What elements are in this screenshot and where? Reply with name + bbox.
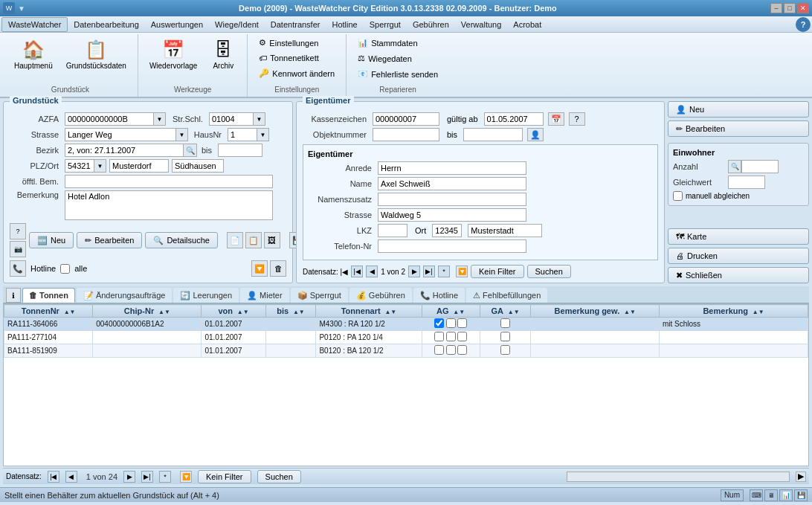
col-bemerkung[interactable]: Bemerkung ▲▼ <box>660 305 808 318</box>
menu-wastewatcher[interactable]: WasteWatcher <box>1 17 68 32</box>
close-button[interactable]: ✕ <box>797 3 809 13</box>
telefon-input[interactable] <box>378 239 526 253</box>
table-row[interactable]: PA111-277104 01.01.2007 P0120 : PA 120 1… <box>4 331 808 344</box>
ribbon-einstellungen[interactable]: ⚙ Einstellungen <box>254 36 340 50</box>
nav-next-bottom[interactable]: ▶ <box>123 471 135 483</box>
gueltig-ab-input[interactable] <box>484 112 544 126</box>
ribbon-wiedervorlage[interactable]: 📅 Wiedervorlage <box>144 36 202 74</box>
menu-auswertungen[interactable]: Auswertungen <box>145 17 209 32</box>
col-tonnen-nr[interactable]: TonnenNr ▲▼ <box>4 305 93 318</box>
bis-input[interactable] <box>463 128 523 141</box>
gleichwert-input[interactable] <box>728 176 765 189</box>
info-btn1[interactable]: ? <box>10 223 26 239</box>
menu-sperrgut[interactable]: Sperrgut <box>364 17 407 32</box>
menu-acrobat[interactable]: Acrobat <box>507 17 547 32</box>
azfa-input[interactable] <box>65 112 154 126</box>
bezirk-search-btn[interactable]: 🔍 <box>184 144 197 157</box>
filter-icon-eigen[interactable]: 🔽 <box>456 266 468 277</box>
plz-input[interactable] <box>65 159 94 173</box>
help-button[interactable]: ? <box>796 17 811 32</box>
bearbeiten-right-button[interactable]: ✏ Bearbeiten <box>668 120 809 137</box>
str-schl-dropdown[interactable]: ▼ <box>254 112 265 126</box>
ribbon-grundstuecksdaten[interactable]: 📋 Grundstücksdaten <box>61 36 132 74</box>
menu-hotline[interactable]: Hotline <box>326 17 363 32</box>
calendar-btn[interactable]: 📅 <box>548 112 564 126</box>
strasse-input[interactable] <box>65 128 176 141</box>
nav-first-eigen[interactable]: |◀ <box>351 266 363 277</box>
ga-check-0[interactable] <box>500 318 510 328</box>
help-field-btn[interactable]: ? <box>569 112 585 126</box>
menu-wiege-ident[interactable]: Wiege/Ident <box>209 17 265 32</box>
namenszusatz-input[interactable] <box>378 193 526 206</box>
person-btn[interactable]: 👤 <box>527 128 544 141</box>
bezirk-bis-input[interactable] <box>218 144 262 157</box>
bearbeiten-grundstueck-button[interactable]: ✏ Bearbeiten <box>77 232 142 248</box>
menu-datentransfer[interactable]: Datentransfer <box>265 17 326 32</box>
hotline-icon-btn[interactable]: 📞 <box>10 260 26 277</box>
ort-input[interactable] <box>109 159 169 173</box>
ribbon-hauptmenu[interactable]: 🏠 Hauptmenü <box>9 36 58 74</box>
gemeinde-input[interactable] <box>172 159 224 173</box>
suchen-bottom-button[interactable]: Suchen <box>257 470 301 483</box>
ag-check3-0[interactable] <box>457 318 467 328</box>
schliessen-button[interactable]: ✖ Schließen <box>668 267 809 283</box>
ag-check2-0[interactable] <box>446 318 456 328</box>
ag-check2-2[interactable] <box>446 345 456 355</box>
delete-filter-btn[interactable]: 🗑 <box>270 260 286 277</box>
tab-info-btn[interactable]: ℹ <box>6 288 21 303</box>
filter-icon-bottom[interactable]: 🔽 <box>180 471 192 483</box>
detailsuche-button[interactable]: 🔍 Detailsuche <box>145 232 217 248</box>
anzahl-input[interactable] <box>741 160 779 173</box>
tab-mieter[interactable]: 👤 Mieter <box>240 288 289 303</box>
ribbon-stammdaten[interactable]: 📊 Stammdaten <box>352 36 443 50</box>
objektnummer-input[interactable] <box>373 128 439 141</box>
toolbar-btn3[interactable]: 🖼 <box>264 232 280 248</box>
eigen-strasse-input[interactable] <box>378 208 526 222</box>
ag-check3-1[interactable] <box>457 332 467 341</box>
anrede-input[interactable] <box>378 161 526 175</box>
col-tonnenart[interactable]: Tonnenart ▲▼ <box>316 305 422 318</box>
ribbon-archiv[interactable]: 🗄 Archiv <box>205 36 241 74</box>
neu-grundstueck-button[interactable]: 🆕 Neu <box>29 232 74 248</box>
ag-check2-1[interactable] <box>446 332 456 341</box>
ga-check-2[interactable] <box>500 345 510 355</box>
menu-datenbearbeitung[interactable]: Datenbearbeitung <box>68 17 144 32</box>
info-btn2[interactable]: 📷 <box>10 241 26 257</box>
ort-name-input[interactable] <box>468 224 542 237</box>
nav-last-eigen[interactable]: ▶| <box>423 266 435 277</box>
azfa-dropdown[interactable]: ▼ <box>154 112 166 126</box>
karte-button[interactable]: 🗺 Karte <box>668 228 809 245</box>
tab-tonnen[interactable]: 🗑 Tonnen <box>22 288 75 303</box>
name-input[interactable] <box>378 177 526 190</box>
horizontal-scrollbar[interactable] <box>567 472 790 482</box>
str-schl-input[interactable] <box>209 112 254 126</box>
neu-right-button[interactable]: 👤 Neu <box>668 101 809 118</box>
tab-aenderungsauftraege[interactable]: 📝 Änderungsaufträge <box>77 288 173 303</box>
nav-prev-eigen[interactable]: ◀ <box>366 266 378 277</box>
ag-check-2[interactable] <box>434 345 444 355</box>
scroll-right-btn[interactable]: ▶ <box>796 472 806 482</box>
tab-fehlbefuellungen[interactable]: ⚠ Fehlbefüllungen <box>466 288 547 303</box>
nav-first-bottom[interactable]: |◀ <box>48 471 59 483</box>
lkz-input[interactable] <box>378 224 407 237</box>
col-chip-nr[interactable]: Chip-Nr ▲▼ <box>93 305 202 318</box>
toolbar-btn2[interactable]: 📋 <box>245 232 262 248</box>
tab-sperrgut[interactable]: 📦 Sperrgut <box>291 288 348 303</box>
ribbon-kennwort[interactable]: 🔑 Kennwort ändern <box>254 66 340 80</box>
tab-hotline[interactable]: 📞 Hotline <box>413 288 465 303</box>
nav-next-eigen[interactable]: ▶ <box>408 266 420 277</box>
maximize-button[interactable]: □ <box>784 3 796 13</box>
table-row[interactable]: RA111-364066 004000000006B1A2 01.01.2007… <box>4 318 808 331</box>
ag-check3-2[interactable] <box>457 345 467 355</box>
ag-check-1[interactable] <box>434 332 444 341</box>
bezirk-input[interactable] <box>65 144 184 157</box>
hotline-alle-checkbox[interactable] <box>60 264 70 274</box>
hausnr-input[interactable] <box>228 128 257 141</box>
anzahl-search-btn[interactable]: 🔍 <box>728 160 741 173</box>
col-von[interactable]: von ▲▼ <box>202 305 265 318</box>
ort-plz-input[interactable] <box>432 224 462 237</box>
kassenzeichen-input[interactable] <box>373 112 439 126</box>
kein-filter-bottom-button[interactable]: Kein Filter <box>198 470 251 483</box>
menu-verwaltung[interactable]: Verwaltung <box>455 17 507 32</box>
table-row[interactable]: BA111-851909 01.01.2007 B0120 : BA 120 1… <box>4 344 808 358</box>
